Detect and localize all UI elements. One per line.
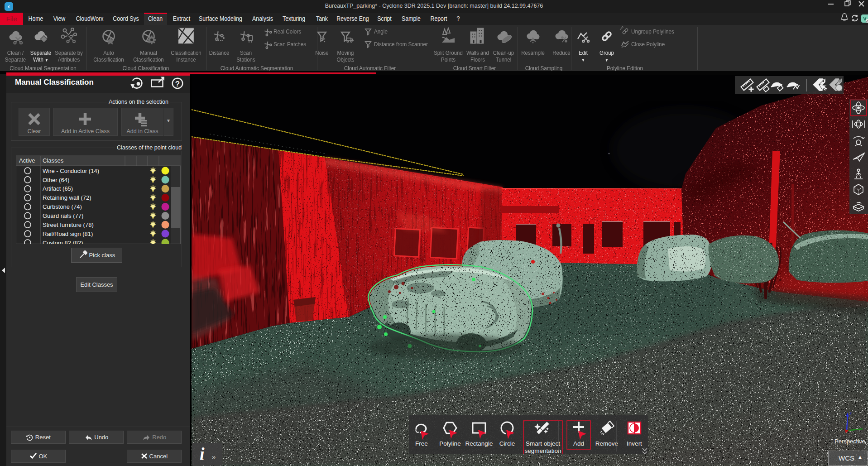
svg-text:Other (64): Other (64): [43, 177, 69, 183]
svg-text:Remove: Remove: [595, 440, 618, 447]
svg-text:Rail/Road sign (81): Rail/Road sign (81): [43, 231, 93, 237]
svg-text:Guard rails (77): Guard rails (77): [43, 212, 83, 219]
svg-text:Artifact (65): Artifact (65): [43, 185, 73, 192]
svg-text:Rectangle: Rectangle: [465, 440, 493, 447]
svg-text:Wire - Conductor (14): Wire - Conductor (14): [43, 168, 99, 174]
svg-text:Free: Free: [415, 440, 428, 447]
svg-text:Retaining wall (72): Retaining wall (72): [43, 194, 91, 201]
svg-text:Circle: Circle: [499, 440, 515, 447]
svg-text:Street furniture (78): Street furniture (78): [43, 221, 94, 228]
svg-text:Polyline: Polyline: [439, 440, 460, 447]
svg-text:Invert: Invert: [627, 440, 642, 447]
svg-text:Active: Active: [19, 157, 35, 164]
svg-text:Custom 82 (82): Custom 82 (82): [43, 240, 83, 246]
svg-text:Classes: Classes: [43, 157, 64, 164]
svg-text:Add: Add: [573, 440, 584, 447]
svg-text:z: z: [849, 411, 852, 416]
svg-text:Curbstone (74): Curbstone (74): [43, 203, 82, 210]
svg-text:Smart object: Smart object: [526, 440, 560, 447]
svg-text:?: ?: [175, 80, 180, 88]
svg-text:segmentation: segmentation: [524, 447, 561, 454]
